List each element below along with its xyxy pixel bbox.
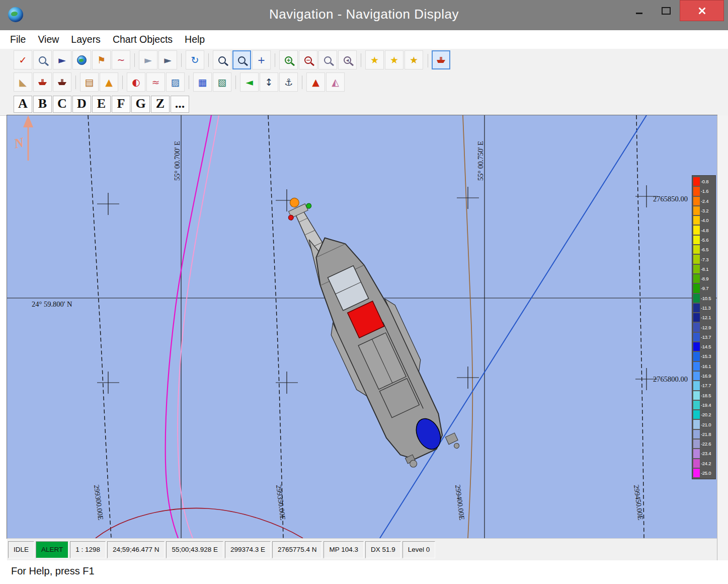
legend-row: -9.7 xyxy=(693,283,715,293)
survey-config-button[interactable]: ✓ xyxy=(14,50,32,69)
vessel-anchor-button[interactable] xyxy=(53,72,71,92)
menu-view[interactable]: View xyxy=(32,32,65,47)
window-controls xyxy=(625,0,724,21)
layer-e-button[interactable]: E xyxy=(92,96,111,113)
northing-status: 2765775.4 N xyxy=(272,541,322,558)
menu-chart-objects[interactable]: Chart Objects xyxy=(107,32,179,47)
vessel-dark-icon xyxy=(57,79,67,85)
zoom-tool-button[interactable] xyxy=(213,50,231,69)
legend-row: -23.4 xyxy=(693,449,715,458)
waypoint-button[interactable]: ⚑ xyxy=(92,50,111,69)
zoom-previous-button[interactable] xyxy=(318,50,337,69)
legend-color-swatch xyxy=(693,352,700,360)
legend-depth-value: -4.8 xyxy=(701,228,708,233)
longitude-status: 55;00;43.928 E xyxy=(166,541,223,558)
legend-color-swatch xyxy=(693,391,700,400)
vertical-scrollbar[interactable] xyxy=(717,115,728,577)
minimize-button[interactable] xyxy=(625,0,653,21)
layer-more-button[interactable]: ... xyxy=(171,96,189,113)
layer-f-button[interactable]: F xyxy=(112,96,130,113)
select-cursor-button[interactable]: ► xyxy=(139,50,157,69)
layer-b-button[interactable]: B xyxy=(33,96,52,113)
terrain-view-button[interactable]: ▲ xyxy=(100,72,118,92)
vessel-marker-button[interactable] xyxy=(33,72,52,92)
legend-color-swatch xyxy=(693,236,700,244)
menu-help[interactable]: Help xyxy=(179,32,211,47)
legend-row: -22.6 xyxy=(693,439,715,449)
legend-depth-value: -14.5 xyxy=(701,344,711,349)
green-flag-icon: ◄ xyxy=(246,78,253,87)
legend-color-swatch xyxy=(693,187,700,195)
legend-color-swatch xyxy=(693,323,700,331)
track-history-button[interactable]: ≈ xyxy=(146,72,165,92)
legend-depth-value: -23.4 xyxy=(701,451,711,456)
layer-manager-button[interactable]: ▤ xyxy=(80,72,99,92)
bearing-circle-icon: ◐ xyxy=(132,78,140,87)
pan-button[interactable]: + xyxy=(252,50,271,69)
minimize-icon xyxy=(636,13,642,14)
favorite-view-button[interactable]: ★ xyxy=(365,50,384,69)
anchor-watch-button[interactable]: ⚓ xyxy=(279,72,298,92)
legend-color-swatch xyxy=(693,410,700,419)
layer-d-button[interactable]: D xyxy=(72,96,91,113)
legend-row: -10.5 xyxy=(693,294,715,303)
chart-search-button[interactable] xyxy=(33,50,52,69)
close-button[interactable] xyxy=(680,0,724,21)
pointer-icon: ► xyxy=(58,55,66,65)
boundary-line-brown xyxy=(463,115,472,538)
maximize-button[interactable] xyxy=(653,0,680,21)
legend-color-swatch xyxy=(693,255,700,263)
alarm-zone-button[interactable]: ◭ xyxy=(326,72,345,92)
tide-panel-icon: ▨ xyxy=(171,78,180,87)
query-cursor-button[interactable]: ► xyxy=(158,50,177,69)
redraw-button[interactable]: ↻ xyxy=(186,50,204,69)
layer-a-button[interactable]: A xyxy=(14,96,32,113)
zoom-in-button[interactable]: + xyxy=(279,50,298,69)
ebl-vrm-button[interactable]: ◐ xyxy=(127,72,145,92)
legend-depth-value: -21.8 xyxy=(701,431,711,437)
chart-area-icon: ▧ xyxy=(218,78,227,87)
legend-row: -12.9 xyxy=(693,322,715,332)
star-add-icon: ★ xyxy=(410,55,418,65)
legend-color-swatch xyxy=(693,381,700,390)
scale-status: 1 : 1298 xyxy=(70,541,106,558)
route-icon: ~ xyxy=(117,55,125,65)
legend-row: -7.3 xyxy=(693,254,715,264)
grid-overlay-button[interactable]: ▦ xyxy=(193,72,212,92)
favorite-go-button[interactable]: ★ xyxy=(385,50,403,69)
zoom-back-button[interactable]: ◂ xyxy=(338,50,357,69)
layer-g-button[interactable]: G xyxy=(131,96,150,113)
legend-row: -24.2 xyxy=(693,459,715,468)
mob-button[interactable] xyxy=(432,50,450,69)
legend-row: -5.6 xyxy=(693,235,715,245)
heading-flag-button[interactable]: ◄ xyxy=(240,72,259,92)
anchor-icon: ⚓ xyxy=(284,78,293,87)
legend-depth-value: -3.2 xyxy=(701,208,708,213)
measure-tool-button[interactable]: ◣ xyxy=(14,72,32,92)
layer-c-button[interactable]: C xyxy=(53,96,71,113)
legend-depth-value: -25.0 xyxy=(701,470,711,476)
chart-base-button[interactable]: ▧ xyxy=(213,72,231,92)
legend-depth-value: -16.1 xyxy=(701,363,711,369)
zoom-out-button[interactable]: − xyxy=(299,50,317,69)
legend-row: -4.0 xyxy=(693,215,715,225)
legend-depth-value: -18.5 xyxy=(701,393,711,398)
legend-depth-value: -24.2 xyxy=(701,461,711,466)
chart-canvas[interactable]: 55° 00.700' E 55° 00.750' E 24° 59.800' … xyxy=(7,115,717,538)
favorite-add-button[interactable]: ★ xyxy=(405,50,423,69)
menu-layers[interactable]: Layers xyxy=(65,32,107,47)
toolbar-area: ✓ ► ⚑ ~ ► ► ↻ + + − ◂ xyxy=(0,49,728,116)
layer-z-button[interactable]: Z xyxy=(151,96,170,113)
route-button[interactable]: ~ xyxy=(112,50,130,69)
projection-globe-button[interactable] xyxy=(72,50,91,69)
profile-view-button[interactable]: ↕ xyxy=(260,72,278,92)
mp-status: MP 104.3 xyxy=(323,541,364,558)
buoy-marker-button[interactable]: ▲ xyxy=(306,72,325,92)
tide-info-button[interactable]: ▨ xyxy=(166,72,185,92)
depth-color-legend: -0.8 -1.6 -2.4 -3.2 -4.0 -4.8 -5.6 -6.5 … xyxy=(692,175,716,479)
pointer-tool-button[interactable]: ► xyxy=(53,50,71,69)
zoom-window-button[interactable] xyxy=(232,50,251,69)
star-go-icon: ★ xyxy=(390,55,398,65)
menu-file[interactable]: File xyxy=(4,32,32,47)
legend-depth-value: -13.7 xyxy=(701,334,711,340)
